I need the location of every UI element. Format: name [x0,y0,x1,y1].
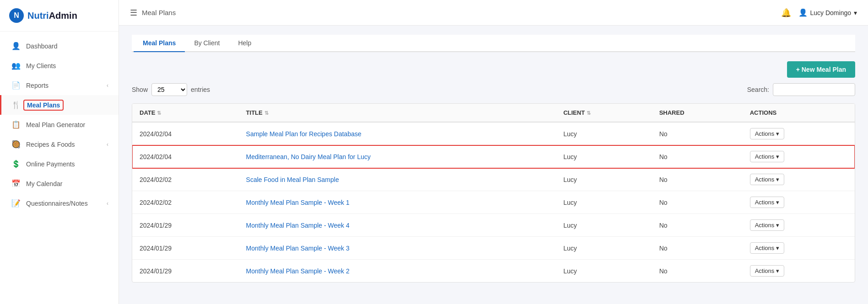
actions-button[interactable]: Actions ▾ [750,242,785,254]
cell-date: 2024/02/02 [132,191,239,214]
cell-client: Lucy [556,237,652,260]
cell-actions: Actions ▾ [743,237,855,260]
dashboard-icon: 👤 [11,42,21,50]
col-header-title[interactable]: TITLE⇅ [239,104,556,122]
col-header-date[interactable]: DATE⇅ [132,104,239,122]
actions-button[interactable]: Actions ▾ [750,219,785,231]
cell-actions: Actions ▾ [743,168,855,191]
sidebar-item-my-clients[interactable]: 👥My Clients [0,56,119,75]
tab-meal-plans[interactable]: Meal Plans [134,35,185,52]
sidebar-item-reports[interactable]: 📄Reports‹ [0,75,119,95]
meal-plans-table-wrap: DATE⇅TITLE⇅CLIENT⇅SHAREDACTIONS 2024/02/… [132,103,855,283]
cell-actions: Actions ▾ [743,145,855,168]
topbar-left: ☰ Meal Plans [130,8,176,18]
page-title: Meal Plans [142,9,176,16]
topbar: ☰ Meal Plans 🔔 👤 Lucy Domingo ▾ [119,0,868,26]
sidebar: N NutriNutriAdminAdmin 👤Dashboard👥My Cli… [0,0,119,304]
table-controls: Show 102550100 entries Search: [132,83,855,96]
hamburger-icon[interactable]: ☰ [130,8,137,18]
cell-shared: No [652,260,743,283]
cell-title[interactable]: Scale Food in Meal Plan Sample [239,168,556,191]
table-row[interactable]: 2024/01/29Monthly Meal Plan Sample - Wee… [132,237,855,260]
meal-plans-icon: 🍴 [11,101,21,109]
col-header-shared: SHARED [652,104,743,122]
actions-button[interactable]: Actions ▾ [750,151,785,162]
table-row[interactable]: 2024/02/02Monthly Meal Plan Sample - Wee… [132,191,855,214]
chevron-down-icon: ▾ [776,199,779,206]
sort-icon: ⇅ [157,110,161,116]
search-input[interactable] [773,83,855,96]
cell-actions: Actions ▾ [743,260,855,283]
cell-actions: Actions ▾ [743,191,855,214]
sidebar-label-my-calendar: My Calendar [26,180,62,187]
sidebar-label-meal-plan-generator: Meal Plan Generator [26,121,85,128]
cell-shared: No [652,237,743,260]
tab-help[interactable]: Help [229,35,260,52]
active-indicator: Meal Plans [23,100,64,111]
table-row[interactable]: 2024/01/29Monthly Meal Plan Sample - Wee… [132,260,855,283]
cell-title[interactable]: Monthly Meal Plan Sample - Week 3 [239,237,556,260]
my-clients-icon: 👥 [11,61,21,70]
user-menu[interactable]: 👤 Lucy Domingo ▾ [798,8,857,17]
cell-shared: No [652,122,743,145]
table-row[interactable]: 2024/02/04Mediterranean, No Dairy Meal P… [132,145,855,168]
sidebar-label-recipes-foods: Recipes & Foods [26,141,75,148]
cell-client: Lucy [556,260,652,283]
chevron-left-icon: ‹ [107,200,108,207]
bell-icon[interactable]: 🔔 [781,8,791,18]
entries-label: entries [191,86,210,93]
table-row[interactable]: 2024/01/29Monthly Meal Plan Sample - Wee… [132,214,855,237]
sidebar-item-meal-plans[interactable]: 🍴Meal Plans [0,95,119,115]
cell-actions: Actions ▾ [743,214,855,237]
table-row[interactable]: 2024/02/02Scale Food in Meal Plan Sample… [132,168,855,191]
meal-plan-generator-icon: 📋 [11,120,21,129]
sidebar-item-my-calendar[interactable]: 📅My Calendar [0,174,119,193]
table-row[interactable]: 2024/02/04Sample Meal Plan for Recipes D… [132,122,855,145]
cell-title[interactable]: Mediterranean, No Dairy Meal Plan for Lu… [239,145,556,168]
col-header-client[interactable]: CLIENT⇅ [556,104,652,122]
cell-date: 2024/01/29 [132,214,239,237]
chevron-down-icon: ▾ [776,222,779,229]
logo-icon: N [9,8,24,23]
tab-by-client[interactable]: By Client [185,35,229,52]
cell-title[interactable]: Monthly Meal Plan Sample - Week 2 [239,260,556,283]
sidebar-item-recipes-foods[interactable]: 🥘Recipes & Foods‹ [0,134,119,154]
show-entries: Show 102550100 entries [132,83,210,96]
cell-title[interactable]: Monthly Meal Plan Sample - Week 4 [239,214,556,237]
table-body: 2024/02/04Sample Meal Plan for Recipes D… [132,122,855,282]
cell-client: Lucy [556,168,652,191]
actions-button[interactable]: Actions ▾ [750,265,785,277]
sidebar-label-reports: Reports [26,82,49,89]
cell-date: 2024/02/04 [132,122,239,145]
cell-actions: Actions ▾ [743,122,855,145]
sidebar-item-online-payments[interactable]: 💲Online Payments [0,154,119,174]
actions-button[interactable]: Actions ▾ [750,174,785,185]
sidebar-item-questionnaires-notes[interactable]: 📝Questionnaires/Notes‹ [0,193,119,213]
cell-title[interactable]: Sample Meal Plan for Recipes Database [239,122,556,145]
actions-button[interactable]: Actions ▾ [750,197,785,208]
actions-button[interactable]: Actions ▾ [750,128,785,139]
sidebar-item-dashboard[interactable]: 👤Dashboard [0,36,119,56]
chevron-down-icon: ▾ [854,9,857,16]
my-calendar-icon: 📅 [11,179,21,188]
cell-client: Lucy [556,122,652,145]
sidebar-nav: 👤Dashboard👥My Clients📄Reports‹🍴Meal Plan… [0,32,119,304]
online-payments-icon: 💲 [11,160,21,168]
cell-date: 2024/02/02 [132,168,239,191]
sort-icon: ⇅ [264,110,269,116]
topbar-right: 🔔 👤 Lucy Domingo ▾ [781,8,857,18]
sidebar-item-meal-plan-generator[interactable]: 📋Meal Plan Generator [0,115,119,134]
cell-date: 2024/01/29 [132,260,239,283]
chevron-down-icon: ▾ [776,245,779,251]
cell-client: Lucy [556,214,652,237]
cell-title[interactable]: Monthly Meal Plan Sample - Week 1 [239,191,556,214]
show-label: Show [132,86,148,93]
recipes-foods-icon: 🥘 [11,140,21,149]
new-meal-plan-button[interactable]: + New Meal Plan [787,61,855,78]
table-header: DATE⇅TITLE⇅CLIENT⇅SHAREDACTIONS [132,104,855,122]
cell-shared: No [652,191,743,214]
cell-client: Lucy [556,191,652,214]
entries-select[interactable]: 102550100 [151,83,187,96]
chevron-down-icon: ▾ [776,130,779,137]
cell-shared: No [652,168,743,191]
